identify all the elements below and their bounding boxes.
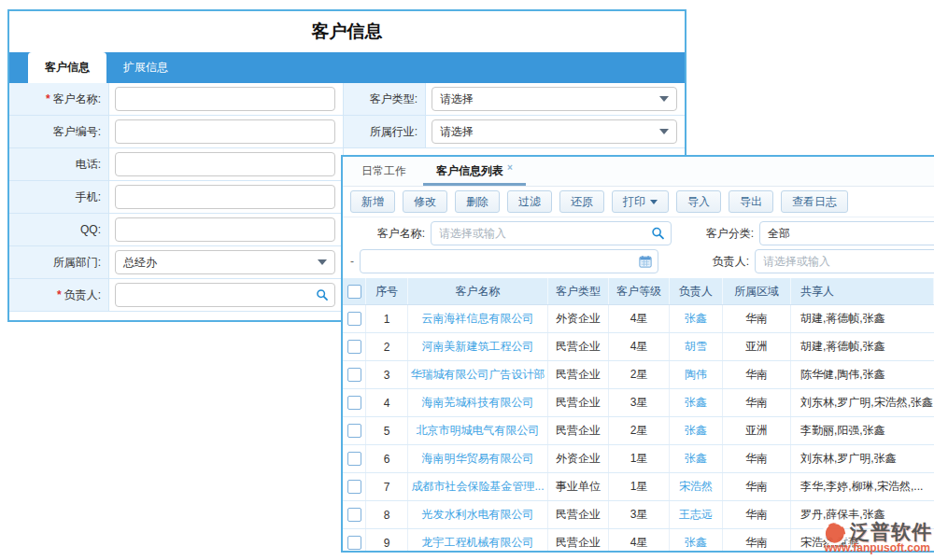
toolbar-button-label: 打印	[623, 194, 645, 210]
dropdown-select[interactable]: 请选择	[432, 119, 677, 144]
cell-seq: 5	[366, 417, 408, 444]
cell-owner[interactable]: 张鑫	[670, 305, 723, 332]
toolbar-button-2[interactable]: 修改	[403, 190, 447, 213]
cell-owner[interactable]: 张鑫	[670, 417, 723, 444]
cell-owner[interactable]: 陶伟	[670, 361, 723, 388]
cell-name[interactable]: 龙宇工程机械有限公司	[408, 529, 548, 553]
filter-name-label: 客户名称:	[361, 226, 425, 242]
close-icon[interactable]: ×	[507, 162, 513, 173]
toolbar-button-6[interactable]: 打印	[612, 190, 669, 213]
field-control	[109, 148, 343, 180]
text-input[interactable]	[115, 217, 335, 242]
cell-type: 民营企业	[548, 529, 609, 553]
field-label-text: 客户类型:	[370, 91, 417, 107]
form-tab-1[interactable]: 客户信息	[28, 52, 106, 83]
cell-owner[interactable]: 张鑫	[670, 389, 723, 416]
row-checkbox[interactable]	[347, 340, 361, 354]
select-value: 请选择	[440, 124, 659, 140]
row-checkbox-cell	[343, 417, 366, 444]
field-label: 所属部门:	[9, 246, 109, 278]
dropdown-select[interactable]: 总经办	[115, 250, 335, 274]
row-checkbox-cell	[343, 529, 366, 553]
text-input[interactable]	[115, 119, 335, 144]
toolbar-button-1[interactable]: 新增	[350, 190, 395, 213]
cell-owner[interactable]: 王志远	[670, 501, 723, 528]
row-checkbox[interactable]	[347, 480, 361, 494]
field-control	[109, 83, 343, 115]
cell-owner[interactable]: 张鑫	[670, 529, 723, 553]
cell-type: 外资企业	[548, 305, 609, 332]
cell-grade: 3星	[609, 501, 670, 528]
cell-name[interactable]: 成都市社会保险基金管理...	[408, 473, 548, 500]
row-checkbox-cell	[343, 473, 366, 500]
category-filter-select[interactable]: 全部	[759, 221, 934, 245]
list-tab-1[interactable]: 日常工作	[347, 157, 421, 186]
cell-name[interactable]: 光发水利水电有限公司	[408, 501, 548, 528]
toolbar-button-5[interactable]: 还原	[559, 190, 604, 213]
row-checkbox[interactable]	[347, 508, 361, 522]
list-tab-2[interactable]: 客户信息列表×	[421, 157, 528, 186]
search-input[interactable]	[115, 283, 335, 307]
table-body: 1云南海祥信息有限公司外资企业4星张鑫华南胡建,蒋德帧,张鑫2河南美新建筑工程公…	[343, 305, 934, 553]
search-icon[interactable]	[316, 288, 329, 301]
date-range-separator: -	[350, 255, 354, 268]
row-checkbox[interactable]	[347, 312, 361, 326]
row-checkbox[interactable]	[347, 396, 361, 410]
row-checkbox-cell	[343, 501, 366, 528]
table-row: 4海南芜城科技有限公司民营企业3星张鑫华南刘东林,罗广明,宋浩然,张鑫	[343, 389, 934, 417]
customer-name-filter-input[interactable]	[431, 221, 672, 245]
search-icon[interactable]	[651, 227, 665, 241]
row-checkbox[interactable]	[347, 452, 361, 466]
text-input[interactable]	[115, 152, 335, 176]
toolbar-button-4[interactable]: 过滤	[507, 190, 552, 213]
date-filter-input[interactable]	[360, 249, 658, 273]
field-control	[109, 116, 343, 147]
cell-seq: 1	[366, 305, 408, 332]
required-star: *	[46, 92, 50, 105]
cell-owner[interactable]: 胡雪	[670, 333, 723, 360]
cell-name[interactable]: 北京市明城电气有限公司	[408, 417, 548, 444]
table-header-cell: 客户类型	[548, 278, 609, 304]
toolbar-button-3[interactable]: 删除	[455, 190, 500, 213]
toolbar-button-7[interactable]: 导入	[676, 190, 721, 213]
cell-region: 华南	[723, 389, 791, 416]
row-checkbox[interactable]	[347, 424, 361, 438]
cell-grade: 2星	[609, 361, 670, 388]
cell-region: 华南	[723, 445, 791, 472]
cell-name[interactable]: 云南海祥信息有限公司	[408, 305, 548, 332]
cell-seq: 7	[366, 473, 408, 500]
row-checkbox[interactable]	[347, 368, 361, 382]
list-tabbar: 日常工作客户信息列表×	[343, 157, 934, 187]
cell-seq: 8	[366, 501, 408, 528]
row-checkbox[interactable]	[347, 536, 361, 550]
row-checkbox-cell	[343, 361, 366, 388]
customer-table: 序号客户名称客户类型客户等级负责人所属区域共享人 1云南海祥信息有限公司外资企业…	[343, 278, 934, 553]
cell-name[interactable]: 海南明华贸易有限公司	[408, 445, 548, 472]
select-all-checkbox[interactable]	[347, 285, 361, 299]
calendar-icon[interactable]	[639, 255, 652, 268]
form-tab-2[interactable]: 扩展信息	[106, 52, 185, 83]
text-input[interactable]	[115, 87, 335, 111]
table-row: 6海南明华贸易有限公司外资企业1星张鑫华南刘东林,罗广明,张鑫	[343, 445, 934, 473]
cell-shared: 陈华健,陶伟,张鑫	[791, 361, 934, 388]
text-input[interactable]	[115, 185, 335, 209]
cell-name[interactable]: 华瑞城有限公司广告设计部	[408, 361, 548, 388]
field-label: QQ:	[9, 214, 109, 245]
cell-owner[interactable]: 张鑫	[670, 445, 723, 472]
toolbar-button-9[interactable]: 查看日志	[781, 190, 848, 213]
cell-name[interactable]: 海南芜城科技有限公司	[408, 389, 548, 416]
field-control: 总经办	[109, 246, 343, 278]
row-checkbox-cell	[343, 389, 366, 416]
cell-shared: 胡建,蒋德帧,张鑫	[791, 333, 934, 360]
cell-owner[interactable]: 宋浩然	[670, 473, 723, 500]
toolbar-button-8[interactable]: 导出	[729, 190, 773, 213]
cell-name[interactable]: 河南美新建筑工程公司	[408, 333, 548, 360]
cell-shared: 罗丹,薛保丰,张鑫	[791, 501, 934, 528]
dropdown-select[interactable]: 请选择	[432, 87, 677, 111]
required-star: *	[57, 288, 62, 301]
owner-filter-input[interactable]	[755, 249, 934, 273]
category-filter-label: 客户分类:	[694, 226, 754, 242]
toolbar-button-label: 导入	[687, 194, 710, 210]
form-field-row: 客户编号:	[9, 116, 343, 148]
form-window-title: 客户信息	[9, 11, 685, 52]
